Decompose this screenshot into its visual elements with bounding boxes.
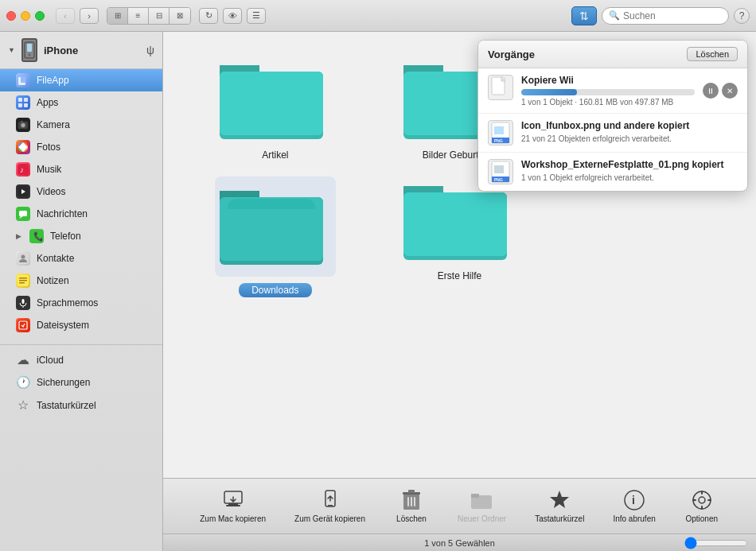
- sidebar-item-musik[interactable]: ♪ Musik: [0, 158, 162, 180]
- toolbar-optionen[interactable]: Optionen: [670, 483, 734, 530]
- search-input[interactable]: [623, 10, 742, 21]
- svg-rect-63: [328, 505, 333, 506]
- vorgaenge-content-1: Icon_Ifunbox.png und andere kopiert 21 v…: [521, 120, 738, 143]
- toolbar-label-tastaturkuerzel: Tastaturkürzel: [535, 514, 584, 523]
- sidebar-item-nachrichten[interactable]: Nachrichten: [0, 203, 162, 225]
- svg-rect-67: [407, 497, 409, 506]
- sidebar-label-fotos: Fotos: [37, 142, 60, 153]
- kamera-icon: [16, 118, 30, 132]
- tastaturkuerzel-icon: [548, 489, 571, 511]
- vorgaenge-header: Vorgänge Löschen: [478, 41, 747, 68]
- svg-rect-60: [228, 503, 238, 505]
- musik-icon: ♪: [16, 162, 30, 177]
- scroll-slider[interactable]: [684, 540, 748, 546]
- svg-rect-39: [494, 126, 504, 134]
- sidebar-item-dateisystem[interactable]: Dateisystem: [0, 314, 162, 336]
- svg-text:PNG: PNG: [494, 177, 503, 182]
- view-cover-button[interactable]: ⊠: [170, 8, 190, 24]
- sidebar-label-videos: Videos: [37, 186, 65, 197]
- eye-button[interactable]: 👁: [223, 8, 242, 24]
- svg-rect-12: [21, 121, 23, 122]
- refresh-button[interactable]: ↻: [199, 8, 218, 24]
- sidebar-item-kamera[interactable]: Kamera: [0, 114, 162, 136]
- toolbar-label-zum-mac: Zum Mac kopieren: [200, 514, 266, 523]
- loeschen-icon: [400, 489, 423, 511]
- vorgaenge-sub-1: 21 von 21 Objekten erfolgreich verarbeit…: [521, 134, 738, 143]
- nav-back-button[interactable]: ‹: [56, 8, 75, 24]
- svg-rect-61: [226, 505, 240, 506]
- folder-icon-artikel: [220, 56, 331, 143]
- vorgaenge-file-icon-2: PNG: [488, 159, 513, 184]
- toolbar-loeschen[interactable]: Löschen: [380, 483, 443, 530]
- sidebar-item-tastaturkuerzel[interactable]: ☆ Tastaturkürzel: [0, 394, 162, 417]
- vorgaenge-popup: Vorgänge Löschen Kopiere Wii 1 von 1 Obj: [477, 40, 748, 192]
- svg-point-2: [28, 54, 30, 56]
- telefon-disclosure-icon: ▶: [16, 232, 21, 240]
- toolbar-label-neuer-ordner: Neuer Ordner: [458, 514, 506, 523]
- svg-rect-78: [701, 506, 703, 510]
- sidebar-item-sicherungen[interactable]: 🕐 Sicherungen: [0, 371, 162, 394]
- svg-rect-29: [19, 282, 25, 284]
- sidebar-item-apps[interactable]: Apps: [0, 91, 162, 114]
- help-button[interactable]: ?: [734, 8, 750, 24]
- minimize-button[interactable]: [21, 11, 30, 21]
- sidebar-label-dateisystem: Dateisystem: [37, 320, 89, 331]
- nachrichten-icon: [16, 207, 30, 221]
- svg-rect-69: [414, 497, 415, 506]
- zum-geraet-icon: [319, 489, 341, 511]
- toolbar-neuer-ordner[interactable]: Neuer Ordner: [443, 483, 520, 530]
- sidebar-device: ▼ iPhone ψ: [0, 32, 162, 69]
- svg-rect-5: [18, 98, 22, 102]
- view-columns-button[interactable]: ⊟: [149, 8, 170, 24]
- sidebar-item-fotos[interactable]: Fotos: [0, 136, 162, 158]
- toolbar-tastaturkuerzel[interactable]: Tastaturkürzel: [520, 483, 598, 530]
- view-list-button[interactable]: ≡: [128, 8, 149, 24]
- pause-button[interactable]: ⏸: [703, 83, 719, 99]
- info-abrufen-icon: i: [623, 489, 645, 511]
- sidebar-item-videos[interactable]: Videos: [0, 180, 162, 203]
- sidebar-label-icloud: iCloud: [37, 355, 64, 366]
- sidebar-item-icloud[interactable]: ☁ iCloud: [0, 348, 162, 371]
- svg-text:PNG: PNG: [494, 138, 503, 143]
- loeschen-button[interactable]: Löschen: [687, 47, 738, 61]
- svg-marker-72: [550, 491, 569, 508]
- svg-rect-43: [494, 165, 504, 173]
- close-button[interactable]: [6, 11, 16, 21]
- scroll-controls: [684, 540, 748, 546]
- sidebar: ▼ iPhone ψ FileApp: [0, 32, 163, 551]
- svg-rect-6: [24, 98, 28, 102]
- svg-point-11: [21, 124, 25, 127]
- sidebar-item-kontakte[interactable]: Kontakte: [0, 247, 162, 270]
- toolbar-label-zum-geraet: Zum Gerät kopieren: [294, 514, 365, 523]
- stop-button[interactable]: ✕: [722, 83, 738, 99]
- sidebar-bottom-items: ☁ iCloud 🕐 Sicherungen ☆ Tastaturkürzel: [0, 344, 162, 417]
- vorgaenge-sub-0: 1 von 1 Objekt · 160.81 MB von 497.87 MB: [521, 98, 695, 107]
- arrange-button[interactable]: ☰: [247, 8, 266, 24]
- sidebar-item-notizen[interactable]: Notizen: [0, 270, 162, 292]
- toolbar-zum-mac[interactable]: Zum Mac kopieren: [185, 483, 280, 530]
- expand-icon[interactable]: ▼: [8, 46, 15, 54]
- toolbar-info-abrufen[interactable]: i Info abrufen: [598, 483, 669, 530]
- toolbar-label-optionen: Optionen: [685, 514, 718, 523]
- svg-rect-4: [21, 76, 26, 83]
- sidebar-item-telefon[interactable]: ▶ 📞 Telefon: [0, 225, 162, 247]
- icloud-icon: ☁: [16, 352, 30, 367]
- svg-rect-58: [403, 192, 507, 256]
- toolbar-zum-geraet[interactable]: Zum Gerät kopieren: [280, 483, 380, 530]
- sidebar-item-sprachmemos[interactable]: Sprachmemos: [0, 292, 162, 314]
- svg-rect-8: [24, 103, 28, 107]
- folder-label-erste-hilfe: Erste Hilfe: [438, 270, 481, 281]
- folder-erste-hilfe[interactable]: Erste Hilfe: [380, 177, 540, 297]
- maximize-button[interactable]: [35, 11, 45, 21]
- vorgaenge-title-1: Icon_Ifunbox.png und andere kopiert: [521, 120, 738, 131]
- folder-artikel[interactable]: Artikel: [195, 56, 356, 161]
- view-grid-button[interactable]: ⊞: [107, 8, 128, 24]
- sidebar-item-fileapp[interactable]: FileApp: [0, 69, 162, 91]
- svg-rect-79: [692, 499, 696, 501]
- vorgaenge-sub-2: 1 von 1 Objekt erfolgreich verarbeitet.: [521, 173, 738, 182]
- folder-downloads[interactable]: Downloads: [195, 177, 356, 297]
- nav-forward-button[interactable]: ›: [80, 8, 99, 24]
- content-area: Vorgänge Löschen Kopiere Wii 1 von 1 Obj: [163, 32, 756, 551]
- vorgaenge-item-icon-ifunbox: PNG Icon_Ifunbox.png und andere kopiert …: [478, 114, 747, 153]
- sync-button[interactable]: ⇅: [571, 6, 597, 25]
